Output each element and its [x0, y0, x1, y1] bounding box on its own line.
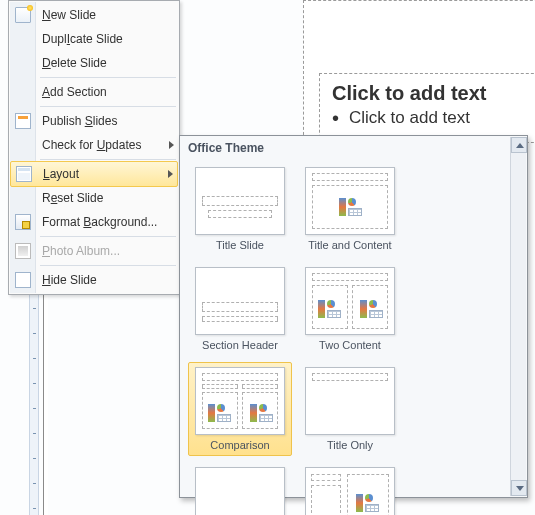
menu-separator	[40, 265, 176, 266]
layout-thumbnail	[305, 267, 395, 335]
menu-label: Photo Album...	[42, 244, 120, 258]
layout-label: Two Content	[319, 339, 381, 353]
menu-label: Layout	[43, 167, 79, 181]
menu-label: Format Background...	[42, 215, 157, 229]
photo-album-icon	[15, 243, 31, 259]
slide-content-placeholder[interactable]: Click to add text •Click to add text	[319, 73, 535, 143]
layout-label: Title and Content	[308, 239, 391, 253]
layout-thumbnail	[305, 367, 395, 435]
layout-thumbnail	[305, 167, 395, 235]
layout-option-two-content[interactable]: Two Content	[298, 262, 402, 356]
menu-hide-slide[interactable]: Hide Slide	[10, 268, 178, 292]
menu-duplicate-slide[interactable]: DuplIcate Slide	[10, 27, 178, 51]
bullet-icon: •	[332, 107, 349, 129]
layout-option-title-only[interactable]: Title Only	[298, 362, 402, 456]
menu-new-slide[interactable]: New Slide	[10, 3, 178, 27]
scroll-up-button[interactable]	[511, 137, 527, 153]
menu-separator	[40, 236, 176, 237]
menu-separator	[40, 77, 176, 78]
menu-label: Add Section	[42, 85, 107, 99]
slide-edge	[43, 271, 48, 515]
hide-slide-icon	[15, 272, 31, 288]
layout-option-comparison[interactable]: Comparison	[188, 362, 292, 456]
layout-option-section-header[interactable]: Section Header	[188, 262, 292, 356]
layout-option-title-slide[interactable]: Title Slide	[188, 162, 292, 256]
publish-icon	[15, 113, 31, 129]
content-body-placeholder[interactable]: •Click to add text	[320, 107, 535, 130]
layout-thumbnail	[195, 167, 285, 235]
menu-label: New Slide	[42, 8, 96, 22]
menu-photo-album: Photo Album...	[10, 239, 178, 263]
menu-check-updates[interactable]: Check for Updates	[10, 133, 178, 157]
menu-layout[interactable]: Layout	[10, 161, 178, 187]
menu-publish-slides[interactable]: Publish Slides	[10, 109, 178, 133]
menu-separator	[40, 106, 176, 107]
layout-option-title-content[interactable]: Title and Content	[298, 162, 402, 256]
vertical-ruler[interactable]	[29, 258, 39, 515]
layout-gallery-flyout: Office Theme Title Slide Title and Conte…	[179, 135, 528, 498]
menu-label: Publish Slides	[42, 114, 117, 128]
scroll-down-button[interactable]	[511, 480, 527, 496]
layout-label: Title Only	[327, 439, 373, 453]
layout-label: Comparison	[210, 439, 269, 453]
new-slide-icon	[15, 7, 31, 23]
layout-option-blank[interactable]: Blank	[188, 462, 292, 515]
layout-icon	[16, 166, 32, 182]
menu-label: DuplIcate Slide	[42, 32, 123, 46]
body-placeholder-text: Click to add text	[349, 108, 470, 127]
layout-label: Section Header	[202, 339, 278, 353]
menu-add-section[interactable]: Add Section	[10, 80, 178, 104]
layout-label: Title Slide	[216, 239, 264, 253]
menu-separator	[40, 159, 176, 160]
layout-thumbnail	[195, 267, 285, 335]
menu-label: Delete Slide	[42, 56, 107, 70]
format-background-icon	[15, 214, 31, 230]
menu-label: Check for Updates	[42, 138, 141, 152]
layout-option-content-caption[interactable]: Content with Caption	[298, 462, 402, 515]
submenu-arrow-icon	[168, 170, 173, 178]
gallery-scrollbar[interactable]	[510, 137, 526, 496]
gallery-header: Office Theme	[180, 136, 527, 158]
layout-thumbnail	[305, 467, 395, 515]
layout-gallery: Title Slide Title and Content Section He…	[180, 158, 510, 515]
menu-format-background[interactable]: Format Background...	[10, 210, 178, 234]
layout-thumbnail	[195, 367, 285, 435]
menu-label: Reset Slide	[42, 191, 103, 205]
slide-context-menu: New Slide DuplIcate Slide Delete Slide A…	[8, 0, 180, 295]
menu-delete-slide[interactable]: Delete Slide	[10, 51, 178, 75]
menu-label: Hide Slide	[42, 273, 97, 287]
layout-thumbnail	[195, 467, 285, 515]
menu-reset-slide[interactable]: Reset Slide	[10, 186, 178, 210]
submenu-arrow-icon	[169, 141, 174, 149]
content-title-placeholder[interactable]: Click to add text	[320, 74, 535, 107]
